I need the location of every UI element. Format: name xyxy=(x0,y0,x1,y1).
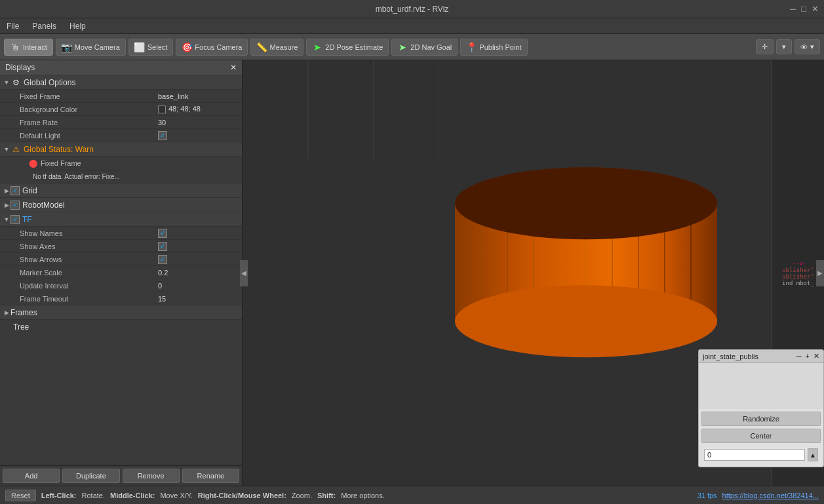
interact-button[interactable]: 🖱 Interact xyxy=(4,39,53,56)
bg-color-value[interactable]: 48; 48; 48 xyxy=(158,105,237,113)
marker-scale-label: Marker Scale xyxy=(20,269,158,277)
frame-timeout-value[interactable]: 15 xyxy=(158,295,237,303)
frames-toggle[interactable]: ▶ xyxy=(3,309,10,317)
minimize-button[interactable]: ─ xyxy=(790,4,796,14)
joint-panel-title: joint_state_publis xyxy=(703,353,758,360)
global-options-toggle[interactable]: ▼ xyxy=(3,79,10,87)
tf-row[interactable]: ▼ TF xyxy=(0,212,242,227)
menu-panels[interactable]: Panels xyxy=(29,20,59,32)
grid-row[interactable]: ▶ Grid xyxy=(0,184,242,198)
tf-toggle[interactable]: ▼ xyxy=(3,216,10,223)
global-options-row[interactable]: ▼ ⚙ Global Options xyxy=(0,75,242,90)
marker-scale-value[interactable]: 0.2 xyxy=(158,269,237,277)
center-button[interactable]: Center xyxy=(701,429,821,443)
eye-button[interactable]: 👁 ▾ xyxy=(795,39,820,54)
code-line-1: --> xyxy=(782,260,814,267)
joint-panel-content[interactable] xyxy=(699,363,823,409)
grid-label: Grid xyxy=(22,186,239,195)
statusbar: Reset Left-Click: Rotate. Middle-Click: … xyxy=(0,486,824,504)
global-status-toggle[interactable]: ▼ xyxy=(3,145,10,153)
global-status-label: Global Status: Warn xyxy=(24,145,239,154)
displays-panel: Displays ✕ ▼ ⚙ Global Options Fixed Fram… xyxy=(0,60,243,486)
joint-panel-buttons: Randomize Center ▲ xyxy=(699,409,823,467)
nav-goal-button[interactable]: ➤ 2D Nav Goal xyxy=(391,39,458,56)
fixed-frame-value[interactable]: base_link xyxy=(158,92,237,100)
joint-value-input[interactable] xyxy=(704,449,805,461)
rename-button[interactable]: Rename xyxy=(182,469,239,483)
joint-spin-up[interactable]: ▲ xyxy=(808,448,818,461)
select-button[interactable]: ⬜ Select xyxy=(128,39,174,56)
window-controls: ─ □ ✕ xyxy=(790,4,819,14)
grid-toggle[interactable]: ▶ xyxy=(3,187,10,195)
frame-rate-value[interactable]: 30 xyxy=(158,119,237,126)
move-camera-button[interactable]: 📷 Move Camera xyxy=(56,39,126,56)
tf-checkbox[interactable] xyxy=(10,215,20,224)
robot-model-row[interactable]: ▶ RobotModel xyxy=(0,198,242,212)
right-panel-collapse[interactable]: ▶ xyxy=(816,260,824,286)
show-names-checkbox[interactable] xyxy=(158,229,167,238)
fixed-frame-error-msg-row: No tf data. Actual error: Fixe... xyxy=(0,170,242,184)
frames-row[interactable]: ▶ Frames xyxy=(0,305,242,320)
reset-button[interactable]: Reset xyxy=(5,490,36,501)
global-options-label: Global Options xyxy=(24,78,239,87)
default-light-value[interactable] xyxy=(158,131,237,140)
panel-close-icon[interactable]: ✕ xyxy=(230,63,237,72)
publish-icon: 📍 xyxy=(466,42,477,52)
crosshair-icon: ✛ xyxy=(762,43,768,51)
robot-model-checkbox[interactable] xyxy=(10,201,20,210)
duplicate-button[interactable]: Duplicate xyxy=(62,469,119,483)
menu-help[interactable]: Help xyxy=(67,20,88,32)
move-camera-label: Move Camera xyxy=(75,43,120,51)
warn-icon: ⚠ xyxy=(10,144,21,155)
svg-point-28 xyxy=(455,285,717,357)
joint-panel-minimize[interactable]: ─ xyxy=(796,352,802,360)
left-panel-collapse[interactable]: ◀ xyxy=(240,260,248,286)
update-interval-row: Update Interval 0 xyxy=(0,279,242,292)
grid-checkbox[interactable] xyxy=(10,186,20,195)
code-line-4: ublisher" xyxy=(782,273,814,280)
joint-panel-close[interactable]: ✕ xyxy=(814,352,819,360)
crosshair-button[interactable]: ✛ xyxy=(756,39,774,54)
joint-panel-expand[interactable]: + xyxy=(806,352,810,360)
default-light-checkbox[interactable] xyxy=(158,131,167,140)
pose-label: 2D Pose Estimate xyxy=(325,43,383,51)
close-button[interactable]: ✕ xyxy=(812,4,819,14)
measure-button[interactable]: 📏 Measure xyxy=(250,39,304,56)
url-link[interactable]: https://blog.csdn.net/382414... xyxy=(722,492,819,499)
move-camera-icon: 📷 xyxy=(62,42,72,52)
view-dropdown-button[interactable]: ▾ xyxy=(776,39,792,54)
remove-button[interactable]: Remove xyxy=(123,469,180,483)
code-line-2: ublisher" xyxy=(782,267,814,273)
robot-model-toggle[interactable]: ▶ xyxy=(3,201,10,209)
global-status-row[interactable]: ▼ ⚠ Global Status: Warn xyxy=(0,142,242,157)
update-interval-value[interactable]: 0 xyxy=(158,282,237,290)
focus-camera-button[interactable]: 🎯 Focus Camera xyxy=(176,39,248,56)
bg-color-label: Background Color xyxy=(20,106,158,113)
tree-row[interactable]: Tree xyxy=(0,320,242,334)
focus-icon: 🎯 xyxy=(182,42,192,52)
joint-state-panel: joint_state_publis ─ + ✕ Randomize Cente… xyxy=(698,349,824,467)
publish-point-button[interactable]: 📍 Publish Point xyxy=(460,39,527,56)
nav-label: 2D Nav Goal xyxy=(410,43,452,51)
error-icon: ⬤ xyxy=(28,158,38,168)
show-arrows-label: Show Arrows xyxy=(20,256,158,263)
pose-estimate-button[interactable]: ➤ 2D Pose Estimate xyxy=(306,39,389,56)
grid-canvas xyxy=(243,60,439,159)
maximize-button[interactable]: □ xyxy=(801,4,806,14)
randomize-button[interactable]: Randomize xyxy=(701,412,821,426)
show-arrows-checkbox[interactable] xyxy=(158,255,167,264)
show-axes-checkbox[interactable] xyxy=(158,242,167,251)
menu-file[interactable]: File xyxy=(4,20,22,32)
shift-label: Shift: xyxy=(317,492,336,499)
update-interval-label: Update Interval xyxy=(20,282,158,290)
frame-rate-row: Frame Rate 30 xyxy=(0,116,242,129)
viewport[interactable]: ▶ joint_state_publis ─ + ✕ Randomize Cen… xyxy=(243,60,824,486)
gear-icon: ⚙ xyxy=(10,77,21,88)
svg-point-29 xyxy=(455,167,717,239)
add-button[interactable]: Add xyxy=(3,469,60,483)
measure-label: Measure xyxy=(269,43,298,51)
interact-icon: 🖱 xyxy=(10,42,20,52)
panel-content[interactable]: ▼ ⚙ Global Options Fixed Frame base_link… xyxy=(0,75,242,465)
robot-model-label: RobotModel xyxy=(22,201,239,210)
fixed-frame-error-label: Fixed Frame xyxy=(41,159,237,167)
